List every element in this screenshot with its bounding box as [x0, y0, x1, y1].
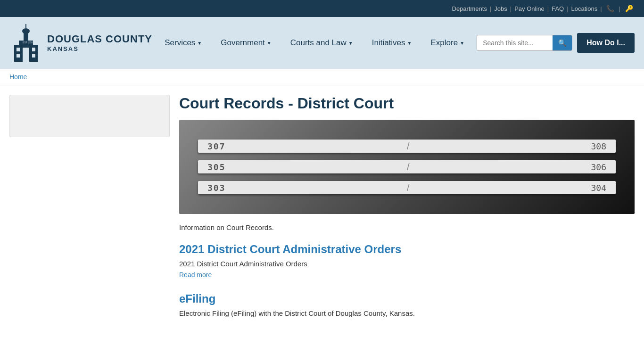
svg-point-4	[22, 28, 30, 34]
file-row-3: 303 / 304	[198, 181, 616, 194]
file-num-303: 303	[207, 183, 226, 193]
search-icon: 🔍	[558, 39, 566, 47]
logo[interactable]: EST.1855 DOUGLAS COUNTY KANSAS	[9, 22, 152, 64]
sep-4: |	[567, 5, 568, 12]
content-area: Court Records - District Court 307 / 308…	[179, 95, 635, 330]
svg-rect-6	[17, 48, 20, 51]
file-num-right-1: 308	[591, 141, 606, 151]
pay-online-link[interactable]: Pay Online	[514, 5, 545, 12]
how-do-i-button[interactable]: How Do I...	[577, 33, 635, 53]
nav-services[interactable]: Services ▼	[155, 33, 211, 52]
sep-2: |	[510, 5, 512, 12]
sep-3: |	[547, 5, 549, 12]
admin-orders-read-more[interactable]: Read more	[179, 271, 212, 279]
nav-explore[interactable]: Explore ▼	[421, 33, 474, 52]
logo-title: DOUGLAS COUNTY	[47, 33, 152, 45]
sep-5: |	[600, 5, 602, 12]
file-num-307: 307	[207, 141, 226, 151]
svg-rect-7	[32, 48, 35, 51]
breadcrumb-bar: Home	[0, 69, 644, 85]
jobs-link[interactable]: Jobs	[494, 5, 507, 12]
nav-courts-and-law[interactable]: Courts and Law ▼	[281, 33, 363, 52]
file-slash-3: /	[407, 182, 410, 193]
logo-subtitle: KANSAS	[47, 45, 152, 52]
sidebar	[9, 95, 170, 330]
nav-initiatives[interactable]: Initiatives ▼	[363, 33, 421, 52]
hero-image: 307 / 308 305 / 306 303 / 304	[179, 120, 635, 214]
sep-6: |	[619, 5, 620, 12]
header: EST.1855 DOUGLAS COUNTY KANSAS Services …	[0, 17, 644, 69]
admin-orders-desc: 2021 District Court Administrative Order…	[179, 260, 635, 268]
admin-orders-section: 2021 District Court Administrative Order…	[179, 243, 635, 279]
efiling-title[interactable]: eFiling	[179, 292, 635, 305]
search-button[interactable]: 🔍	[553, 35, 572, 50]
phone-icon[interactable]: 📞	[605, 3, 616, 14]
file-slash-2: /	[407, 162, 410, 173]
sidebar-box	[9, 95, 170, 137]
admin-orders-title[interactable]: 2021 District Court Administrative Order…	[179, 243, 635, 256]
locations-link[interactable]: Locations	[571, 5, 598, 12]
file-num-right-3: 304	[591, 183, 606, 193]
file-num-305: 305	[207, 162, 226, 172]
search-box: 🔍	[477, 35, 572, 51]
page-title: Court Records - District Court	[179, 95, 635, 112]
search-area: 🔍 How Do I...	[477, 33, 635, 53]
breadcrumb-home[interactable]: Home	[9, 73, 27, 81]
explore-dropdown-arrow: ▼	[460, 41, 464, 46]
main-nav: Services ▼ Government ▼ Courts and Law ▼…	[152, 33, 477, 52]
efiling-desc: Electronic Filing (eFiling) with the Dis…	[179, 309, 635, 317]
government-dropdown-arrow: ▼	[267, 41, 272, 46]
sep-1: |	[490, 5, 491, 12]
efiling-section: eFiling Electronic Filing (eFiling) with…	[179, 292, 635, 317]
svg-rect-8	[17, 54, 20, 58]
services-dropdown-arrow: ▼	[197, 41, 202, 46]
initiatives-dropdown-arrow: ▼	[407, 41, 412, 46]
courts-dropdown-arrow: ▼	[348, 41, 353, 46]
intro-text: Information on Court Records.	[179, 223, 635, 231]
file-row-2: 305 / 306	[198, 160, 616, 173]
svg-text:EST.1855: EST.1855	[23, 41, 33, 44]
top-bar: Departments | Jobs | Pay Online | FAQ | …	[0, 0, 644, 17]
logo-icon: EST.1855	[9, 22, 42, 64]
nav-government[interactable]: Government ▼	[211, 33, 281, 52]
search-input[interactable]	[477, 35, 553, 50]
file-slash-1: /	[407, 141, 410, 152]
faq-link[interactable]: FAQ	[552, 5, 564, 12]
main-container: Court Records - District Court 307 / 308…	[0, 85, 644, 340]
departments-link[interactable]: Departments	[452, 5, 487, 12]
svg-rect-2	[23, 48, 29, 62]
svg-rect-9	[32, 54, 35, 58]
login-icon[interactable]: 🔑	[623, 3, 635, 14]
file-num-right-2: 306	[591, 162, 606, 172]
file-row-1: 307 / 308	[198, 140, 616, 153]
logo-text: DOUGLAS COUNTY KANSAS	[47, 33, 152, 52]
